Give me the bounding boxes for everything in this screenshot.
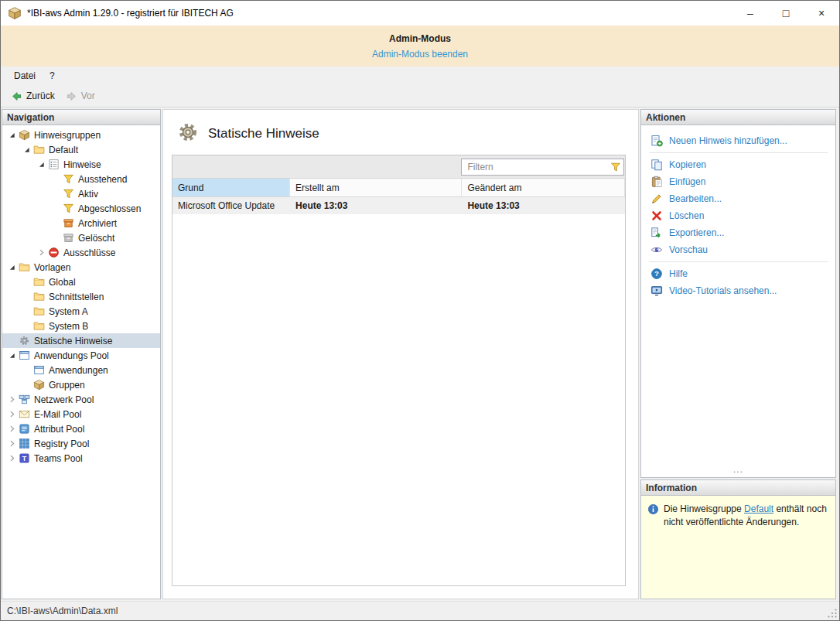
actions-separator: [649, 261, 828, 262]
tree-item-attribut-pool[interactable]: Attribut Pool: [2, 421, 160, 436]
video-icon: [650, 285, 663, 297]
filter-funnel-icon[interactable]: [610, 162, 621, 172]
expand-icon[interactable]: [5, 408, 18, 421]
folder-icon: [32, 305, 46, 318]
action-bearbeiten[interactable]: Bearbeiten...: [641, 190, 835, 207]
column-header-erstellt-am[interactable]: Erstellt am: [290, 179, 462, 196]
gear-icon: [18, 335, 31, 347]
tree-item-label: Hinweisgruppen: [34, 130, 105, 141]
expand-icon[interactable]: [35, 247, 47, 259]
action-neuen-hinweis-hinzuf-gen[interactable]: Neuen Hinweis hinzufügen...: [641, 132, 835, 149]
tree-item-global[interactable]: Global: [2, 275, 160, 289]
minimize-button[interactable]: –: [732, 1, 768, 26]
tree-item-netzwerk-pool[interactable]: Netzwerk Pool: [2, 392, 160, 407]
statusbar: C:\IBI-aws\Admin\Data.xml: [1, 601, 839, 620]
action-hilfe[interactable]: ?Hilfe: [641, 265, 835, 282]
tree-item-label: Aktiv: [78, 189, 103, 200]
action-einf-gen[interactable]: Einfügen: [641, 173, 835, 190]
info-icon: [647, 503, 659, 592]
admin-mode-title: Admin-Modus: [1, 33, 839, 44]
tree-item-hinweise[interactable]: Hinweise: [2, 157, 160, 172]
tree-item-ausschl-sse[interactable]: Ausschlüsse: [2, 245, 160, 260]
folder-icon: [32, 291, 46, 303]
expand-icon[interactable]: [5, 394, 18, 406]
action-exportieren[interactable]: Exportieren...: [641, 224, 835, 241]
maximize-button[interactable]: □: [768, 1, 804, 26]
tree-item-gruppen[interactable]: Gruppen: [2, 377, 160, 392]
collapse-icon[interactable]: [35, 159, 47, 171]
tree-item-vorlagen[interactable]: Vorlagen: [2, 260, 160, 275]
tree-item-e-mail-pool[interactable]: E-Mail Pool: [2, 407, 160, 421]
app-icon: [8, 6, 22, 20]
table-header: GrundErstellt amGeändert am: [172, 179, 625, 197]
expander-spacer: [50, 203, 62, 215]
list-icon: [47, 159, 60, 171]
tree-item-aktiv[interactable]: Aktiv: [2, 186, 160, 201]
navigation-tree: HinweisgruppenDefaultHinweiseAusstehendA…: [2, 125, 160, 599]
tree-item-system-b[interactable]: System B: [2, 319, 160, 333]
tree-item-gel-scht[interactable]: Gelöscht: [2, 230, 160, 245]
tree-item-anwendungen[interactable]: Anwendungen: [2, 363, 160, 377]
svg-text:T: T: [22, 455, 27, 462]
tree-item-anwendungs-pool[interactable]: Anwendungs Pool: [2, 348, 160, 363]
tree-item-label: Schnittstellen: [49, 292, 108, 302]
action-kopieren[interactable]: Kopieren: [641, 156, 835, 173]
main-panel: Statische Hinweise GrundErstellt amGeänd…: [162, 109, 639, 599]
close-button[interactable]: ×: [804, 1, 839, 26]
collapse-icon[interactable]: [5, 350, 18, 362]
forward-button[interactable]: Vor: [60, 88, 101, 104]
menu-help[interactable]: ?: [43, 68, 62, 84]
collapse-icon[interactable]: [20, 144, 32, 156]
action-vorschau[interactable]: Vorschau: [641, 241, 835, 258]
admin-mode-exit-link[interactable]: Admin-Modus beenden: [1, 49, 839, 60]
back-button[interactable]: Zurück: [5, 88, 60, 104]
tree-item-label: Vorlagen: [34, 262, 75, 273]
deleted-icon: [62, 232, 75, 244]
column-header-ge-ndert-am[interactable]: Geändert am: [462, 179, 625, 196]
registry-icon: [18, 438, 31, 450]
actions-separator: [649, 152, 828, 153]
collapse-icon[interactable]: [5, 129, 18, 142]
forward-label: Vor: [81, 90, 95, 101]
expand-icon[interactable]: [5, 423, 18, 435]
app-icon: [18, 350, 31, 362]
menu-datei[interactable]: Datei: [7, 68, 43, 84]
tree-item-hinweisgruppen[interactable]: Hinweisgruppen: [2, 128, 160, 142]
actions-overflow[interactable]: ...: [641, 465, 835, 477]
tree-item-registry-pool[interactable]: Registry Pool: [2, 436, 160, 451]
app-window: *IBI-aws Admin 1.29.0 - registriert für …: [0, 0, 840, 621]
action-label: Exportieren...: [669, 227, 724, 238]
filter-strip: [172, 155, 625, 179]
tree-item-statische-hinweise[interactable]: Statische Hinweise: [2, 333, 160, 348]
default-group-link[interactable]: Default: [744, 503, 773, 514]
tree-item-teams-pool[interactable]: TTeams Pool: [2, 451, 160, 466]
navigation-header: Navigation: [2, 110, 160, 125]
window-title: *IBI-aws Admin 1.29.0 - registriert für …: [27, 8, 732, 19]
tree-item-archiviert[interactable]: Archiviert: [2, 216, 160, 230]
back-arrow-icon: [11, 90, 22, 102]
box-icon: [32, 379, 46, 391]
action-video-tutorials-ansehen[interactable]: Video-Tutorials ansehen...: [641, 282, 835, 299]
expander-spacer: [20, 276, 32, 288]
tree-item-abgeschlossen[interactable]: Abgeschlossen: [2, 201, 160, 216]
action-l-schen[interactable]: Löschen: [641, 207, 835, 224]
tree-item-label: Anwendungs Pool: [34, 350, 114, 361]
table-row[interactable]: Microsoft Office UpdateHeute 13:03Heute …: [172, 197, 625, 214]
collapse-icon[interactable]: [5, 261, 18, 274]
tree-item-system-a[interactable]: System A: [2, 304, 160, 319]
resize-grip[interactable]: [827, 608, 838, 619]
tree-item-default[interactable]: Default: [2, 142, 160, 157]
filter-input[interactable]: [461, 159, 624, 176]
tree-item-schnittstellen[interactable]: Schnittstellen: [2, 289, 160, 304]
edit-icon: [650, 193, 663, 205]
action-label: Löschen: [669, 210, 704, 221]
tree-item-ausstehend[interactable]: Ausstehend: [2, 172, 160, 186]
expander-spacer: [20, 291, 32, 303]
exclude-icon: [47, 247, 60, 259]
expand-icon[interactable]: [5, 438, 18, 450]
filter-field: [461, 159, 624, 176]
copy-icon: [650, 159, 663, 171]
expand-icon[interactable]: [5, 452, 18, 465]
column-header-grund[interactable]: Grund: [172, 179, 290, 196]
tree-item-label: Gruppen: [49, 380, 90, 391]
